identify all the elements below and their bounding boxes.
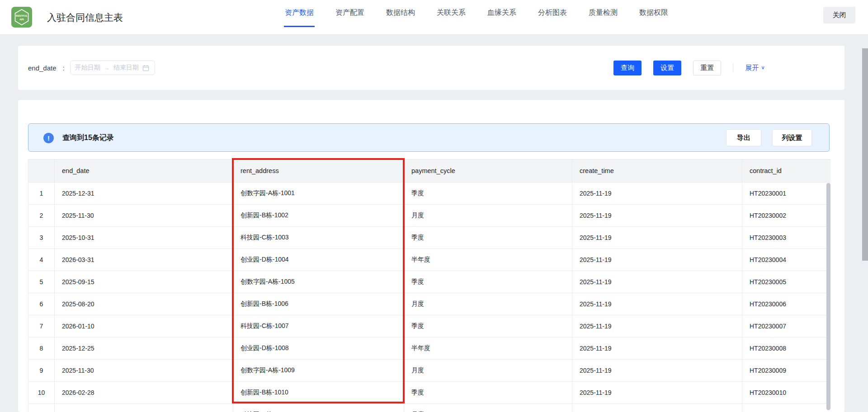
cell-payment_cycle: 月度 <box>404 293 572 315</box>
column-header-create_time: create_time <box>572 159 742 183</box>
column-header-rent_address: rent_address <box>233 159 404 183</box>
column-header-contract_id: contract_id <box>742 159 831 183</box>
cell-payment_cycle: 季度 <box>404 271 572 293</box>
settings-button[interactable]: 设置 <box>653 61 681 75</box>
cell-create_time: 2025-11-19 <box>572 293 742 315</box>
query-button[interactable]: 查询 <box>613 61 642 75</box>
cell-rent_address: 创数字园-A栋-1005 <box>233 271 404 293</box>
column-header-index <box>28 159 55 183</box>
cell-create_time: 2025-11-19 <box>572 183 742 205</box>
column-header-payment_cycle: payment_cycle <box>404 159 572 183</box>
cell-create_time: 2025-11-19 <box>572 360 742 382</box>
table-row: 92025-11-30创数字园-A栋-1009月度2025-11-19HT202… <box>28 360 831 382</box>
row-index: 6 <box>28 293 55 315</box>
cell-contract_id: HT20230008 <box>742 337 831 360</box>
cell-contract_id: HT20230002 <box>742 205 831 227</box>
svg-text:API: API <box>19 18 24 21</box>
cell-rent_address: 科技园-C栋-1011 <box>233 404 404 412</box>
tab-quality-check[interactable]: 质量检测 <box>588 0 618 27</box>
cell-create_time: 2025-11-19 <box>572 337 742 360</box>
cell-contract_id: HT20230011 <box>742 404 831 412</box>
top-header: RESTFUL API 入驻合同信息主表 资产数据资产配置数据结构关联关系血缘关… <box>0 0 868 35</box>
expand-label: 展开 <box>745 64 759 72</box>
page-title: 入驻合同信息主表 <box>47 0 123 35</box>
table-row: 112025-10-31科技园-C栋-1011月度2025-11-19HT202… <box>28 404 831 412</box>
tab-data-permission[interactable]: 数据权限 <box>638 0 669 27</box>
row-index: 2 <box>28 205 55 227</box>
data-table-container: end_daterent_addresspayment_cyclecreate_… <box>28 159 830 412</box>
data-table: end_daterent_addresspayment_cyclecreate_… <box>28 159 830 412</box>
cell-rent_address: 科技园-C栋-1007 <box>233 315 404 337</box>
date-range-input[interactable]: 开始日期 → 结束日期 <box>70 61 155 75</box>
table-body: 12025-12-31创数字园-A栋-1001季度2025-11-19HT202… <box>28 183 831 412</box>
row-index: 8 <box>28 337 55 360</box>
cell-payment_cycle: 月度 <box>404 404 572 412</box>
cell-create_time: 2025-11-19 <box>572 382 742 404</box>
calendar-icon <box>142 65 149 71</box>
table-row: 62025-08-20创新园-B栋-1006月度2025-11-19HT2023… <box>28 293 831 315</box>
filter-colon: : <box>63 64 65 72</box>
cell-end_date: 2025-08-20 <box>55 293 233 315</box>
row-index: 7 <box>28 315 55 337</box>
table-row: 22025-11-30创新园-B栋-1002月度2025-11-19HT2023… <box>28 205 831 227</box>
range-arrow-icon: → <box>104 65 110 71</box>
filter-card: end_date : 开始日期 → 结束日期 查询 设置 重置 展开 ∨ <box>18 46 844 90</box>
expand-toggle[interactable]: 展开 ∨ <box>745 64 765 72</box>
cell-contract_id: HT20230004 <box>742 249 831 271</box>
tab-relations[interactable]: 关联关系 <box>436 0 467 27</box>
cell-payment_cycle: 季度 <box>404 382 572 404</box>
chevron-down-icon: ∨ <box>761 65 765 70</box>
row-index: 11 <box>28 404 55 412</box>
tab-asset-config[interactable]: 资产配置 <box>335 0 365 27</box>
table-row: 102026-02-28创新园-B栋-1010季度2025-11-19HT202… <box>28 382 831 404</box>
cell-end_date: 2025-10-31 <box>55 227 233 249</box>
end-date-placeholder: 结束日期 <box>113 64 139 72</box>
filter-actions: 查询 设置 重置 展开 ∨ <box>613 61 765 75</box>
tab-data-structure[interactable]: 数据结构 <box>385 0 416 27</box>
cell-create_time: 2025-11-19 <box>572 315 742 337</box>
column-settings-button[interactable]: 列设置 <box>772 129 812 146</box>
cell-rent_address: 创业园-D栋-1004 <box>233 249 404 271</box>
row-index: 5 <box>28 271 55 293</box>
cell-contract_id: HT20230003 <box>742 227 831 249</box>
table-vertical-scrollbar[interactable] <box>826 183 830 410</box>
tab-lineage[interactable]: 血缘关系 <box>486 0 517 27</box>
cell-end_date: 2025-12-31 <box>55 183 233 205</box>
table-row: 32025-10-31科技园-C栋-1003季度2025-11-19HT2023… <box>28 227 831 249</box>
result-count-text: 查询到15条记录 <box>62 124 114 152</box>
cell-rent_address: 创数字园-A栋-1009 <box>233 360 404 382</box>
tab-analysis-charts[interactable]: 分析图表 <box>537 0 568 27</box>
restful-api-hexagon-icon: RESTFUL API <box>11 7 32 28</box>
cell-rent_address: 科技园-C栋-1003 <box>233 227 404 249</box>
cell-create_time: 2025-11-19 <box>572 249 742 271</box>
info-icon: ! <box>43 133 54 143</box>
app-logo: RESTFUL API <box>11 7 32 28</box>
cell-create_time: 2025-11-19 <box>572 404 742 412</box>
cell-contract_id: HT20230010 <box>742 382 831 404</box>
row-index: 1 <box>28 183 55 205</box>
cell-payment_cycle: 季度 <box>404 227 572 249</box>
result-card: ! 查询到15条记录 导出 列设置 end_daterent_addresspa… <box>18 100 844 412</box>
cell-rent_address: 创新园-B栋-1006 <box>233 293 404 315</box>
start-date-placeholder: 开始日期 <box>75 64 100 72</box>
tab-asset-data[interactable]: 资产数据 <box>284 0 315 27</box>
cell-contract_id: HT20230006 <box>742 293 831 315</box>
cell-end_date: 2025-12-25 <box>55 337 233 360</box>
cell-contract_id: HT20230007 <box>742 315 831 337</box>
page-scrollbar[interactable] <box>862 48 868 261</box>
cell-payment_cycle: 季度 <box>404 183 572 205</box>
cell-rent_address: 创新园-B栋-1002 <box>233 205 404 227</box>
cell-rent_address: 创数字园-A栋-1001 <box>233 183 404 205</box>
row-index: 10 <box>28 382 55 404</box>
export-button[interactable]: 导出 <box>726 129 761 146</box>
table-row: 82025-12-25创业园-D栋-1008半年度2025-11-19HT202… <box>28 337 831 360</box>
cell-end_date: 2025-09-15 <box>55 271 233 293</box>
column-header-end_date: end_date <box>55 159 233 183</box>
cell-payment_cycle: 半年度 <box>404 249 572 271</box>
nav-tabs: 资产数据资产配置数据结构关联关系血缘关系分析图表质量检测数据权限 <box>284 0 669 27</box>
cell-rent_address: 创新园-B栋-1010 <box>233 382 404 404</box>
cell-rent_address: 创业园-D栋-1008 <box>233 337 404 360</box>
close-button[interactable]: 关闭 <box>823 7 855 23</box>
reset-button[interactable]: 重置 <box>693 61 721 75</box>
cell-end_date: 2025-10-31 <box>55 404 233 412</box>
